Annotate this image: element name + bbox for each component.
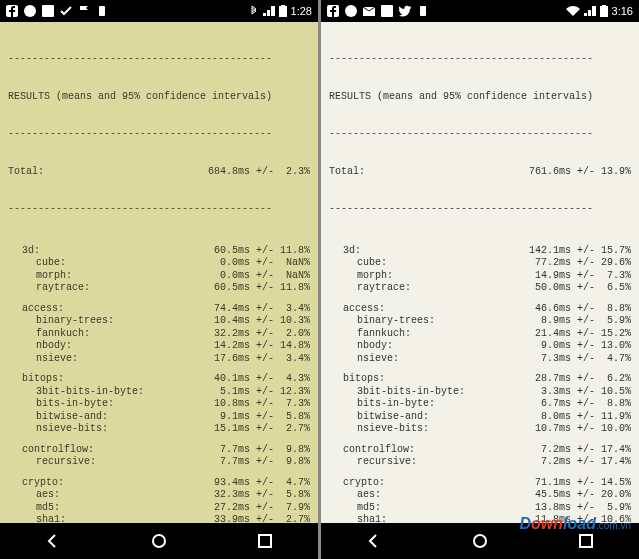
item-row: aes:32.3ms +/- 5.8% xyxy=(8,489,310,502)
item-row: 3bit-bits-in-byte:3.3ms +/- 10.5% xyxy=(329,386,631,399)
recents-icon[interactable] xyxy=(576,531,596,551)
group-row: bitops:40.1ms +/- 4.3% xyxy=(8,373,310,386)
item-row: recursive:7.7ms +/- 9.8% xyxy=(8,456,310,469)
clock-right: 3:16 xyxy=(612,5,633,17)
messenger-icon xyxy=(345,5,357,17)
item-row: md5:27.2ms +/- 7.9% xyxy=(8,502,310,515)
group-row: access:46.6ms +/- 8.8% xyxy=(329,303,631,316)
item-row: binary-trees:10.4ms +/- 10.3% xyxy=(8,315,310,328)
item-row: nsieve-bits:15.1ms +/- 2.7% xyxy=(8,423,310,436)
signal-icon xyxy=(263,6,275,16)
divider: ----------------------------------------… xyxy=(8,203,310,216)
item-row: bits-in-byte:10.8ms +/- 7.3% xyxy=(8,398,310,411)
group-row: bitops:28.7ms +/- 6.2% xyxy=(329,373,631,386)
divider: ----------------------------------------… xyxy=(329,128,631,141)
mail-icon xyxy=(363,5,375,17)
bluetooth-icon xyxy=(249,5,259,17)
item-row: cube:0.0ms +/- NaN% xyxy=(8,257,310,270)
navbar-left xyxy=(0,523,318,559)
svg-point-15 xyxy=(474,535,486,547)
svg-rect-2 xyxy=(42,5,54,17)
statusbar-left: 1:28 xyxy=(0,0,318,22)
groups-left: 3d:60.5ms +/- 11.8%cube:0.0ms +/- NaN%mo… xyxy=(8,245,310,524)
svg-rect-7 xyxy=(259,535,271,547)
item-row: 3bit-bits-in-byte:5.1ms +/- 12.3% xyxy=(8,386,310,399)
item-row: nbody:9.0ms +/- 13.0% xyxy=(329,340,631,353)
divider: ----------------------------------------… xyxy=(329,53,631,66)
image-icon xyxy=(42,5,54,17)
facebook-icon xyxy=(327,5,339,17)
divider: ----------------------------------------… xyxy=(8,53,310,66)
navbar-right xyxy=(321,523,639,559)
svg-point-6 xyxy=(153,535,165,547)
divider: ----------------------------------------… xyxy=(8,128,310,141)
divider: ----------------------------------------… xyxy=(329,203,631,216)
item-row: fannkuch:32.2ms +/- 2.0% xyxy=(8,328,310,341)
group-row: controlflow:7.7ms +/- 9.8% xyxy=(8,444,310,457)
group-row: crypto:93.4ms +/- 4.7% xyxy=(8,477,310,490)
item-row: bits-in-byte:6.7ms +/- 8.8% xyxy=(329,398,631,411)
results-header: RESULTS (means and 95% confidence interv… xyxy=(8,91,310,104)
phone-icon xyxy=(96,5,108,17)
item-row: bitwise-and:9.1ms +/- 5.8% xyxy=(8,411,310,424)
svg-rect-4 xyxy=(279,6,287,17)
phone-right: 3:16 -----------------------------------… xyxy=(321,0,639,559)
groups-right: 3d:142.1ms +/- 15.7%cube:77.2ms +/- 29.6… xyxy=(329,245,631,524)
group-row: 3d:60.5ms +/- 11.8% xyxy=(8,245,310,258)
item-row: nbody:14.2ms +/- 14.8% xyxy=(8,340,310,353)
item-row: morph:14.9ms +/- 7.3% xyxy=(329,270,631,283)
item-row: fannkuch:21.4ms +/- 15.2% xyxy=(329,328,631,341)
total-value: 684.8ms +/- 2.3% xyxy=(208,166,310,179)
battery-icon xyxy=(279,5,287,17)
recents-icon[interactable] xyxy=(255,531,275,551)
svg-rect-5 xyxy=(281,5,285,6)
statusbar-right: 3:16 xyxy=(321,0,639,22)
phone-left: 1:28 -----------------------------------… xyxy=(0,0,318,559)
total-row: Total: 684.8ms +/- 2.3% xyxy=(8,166,310,179)
total-label: Total: xyxy=(329,166,365,179)
group-row: controlflow:7.2ms +/- 17.4% xyxy=(329,444,631,457)
signal-icon xyxy=(584,6,596,16)
item-row: morph:0.0ms +/- NaN% xyxy=(8,270,310,283)
flag-icon xyxy=(78,5,90,17)
home-icon[interactable] xyxy=(149,531,169,551)
svg-rect-12 xyxy=(420,6,426,16)
item-row: sha1:33.9ms +/- 2.7% xyxy=(8,514,310,523)
battery-icon xyxy=(600,5,608,17)
check-icon xyxy=(60,5,72,17)
item-row: sha1:11.8ms +/- 10.6% xyxy=(329,514,631,523)
results-right[interactable]: ----------------------------------------… xyxy=(321,22,639,523)
total-label: Total: xyxy=(8,166,44,179)
svg-point-1 xyxy=(24,5,36,17)
back-icon[interactable] xyxy=(364,531,384,551)
item-row: bitwise-and:8.0ms +/- 11.9% xyxy=(329,411,631,424)
phone-icon xyxy=(417,5,429,17)
item-row: aes:45.5ms +/- 20.0% xyxy=(329,489,631,502)
svg-point-9 xyxy=(345,5,357,17)
item-row: raytrace:50.0ms +/- 6.5% xyxy=(329,282,631,295)
item-row: md5:13.8ms +/- 5.9% xyxy=(329,502,631,515)
svg-rect-14 xyxy=(602,5,606,6)
item-row: raytrace:60.5ms +/- 11.8% xyxy=(8,282,310,295)
messenger-icon xyxy=(24,5,36,17)
results-header: RESULTS (means and 95% confidence interv… xyxy=(329,91,631,104)
back-icon[interactable] xyxy=(43,531,63,551)
twitter-icon xyxy=(399,5,411,17)
item-row: binary-trees:8.9ms +/- 5.9% xyxy=(329,315,631,328)
item-row: cube:77.2ms +/- 29.6% xyxy=(329,257,631,270)
svg-rect-16 xyxy=(580,535,592,547)
group-row: crypto:71.1ms +/- 14.5% xyxy=(329,477,631,490)
total-value: 761.6ms +/- 13.9% xyxy=(529,166,631,179)
item-row: nsieve:7.3ms +/- 4.7% xyxy=(329,353,631,366)
total-row: Total: 761.6ms +/- 13.9% xyxy=(329,166,631,179)
svg-rect-13 xyxy=(600,6,608,17)
image-icon xyxy=(381,5,393,17)
results-left[interactable]: ----------------------------------------… xyxy=(0,22,318,523)
item-row: nsieve-bits:10.7ms +/- 10.0% xyxy=(329,423,631,436)
wifi-icon xyxy=(566,6,580,16)
home-icon[interactable] xyxy=(470,531,490,551)
group-row: access:74.4ms +/- 3.4% xyxy=(8,303,310,316)
item-row: recursive:7.2ms +/- 17.4% xyxy=(329,456,631,469)
svg-rect-3 xyxy=(99,6,105,16)
clock-left: 1:28 xyxy=(291,5,312,17)
